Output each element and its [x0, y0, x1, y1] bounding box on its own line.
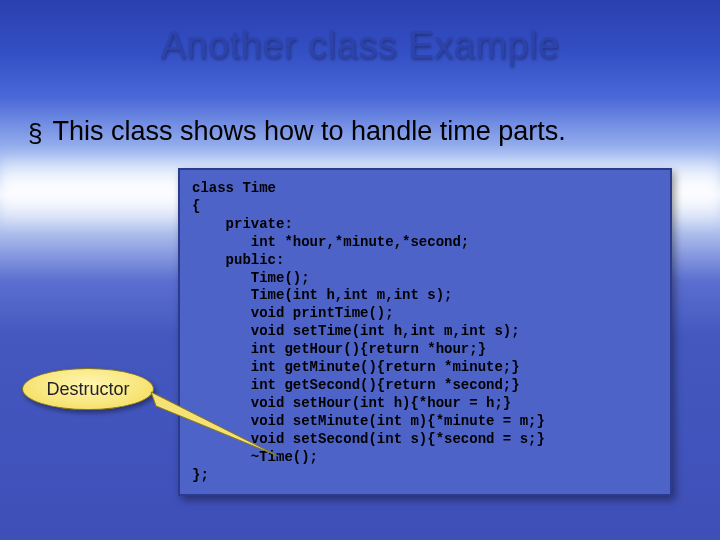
bullet-item: § This class shows how to handle time pa… [28, 116, 700, 147]
bullet-text: This class shows how to handle time part… [52, 116, 565, 147]
code-block: class Time { private: int *hour,*minute,… [178, 168, 672, 496]
bullet-marker-icon: § [28, 120, 42, 146]
destructor-callout: Destructor [22, 368, 154, 410]
callout-label: Destructor [46, 379, 129, 400]
slide-title: Another class Example [0, 24, 720, 67]
